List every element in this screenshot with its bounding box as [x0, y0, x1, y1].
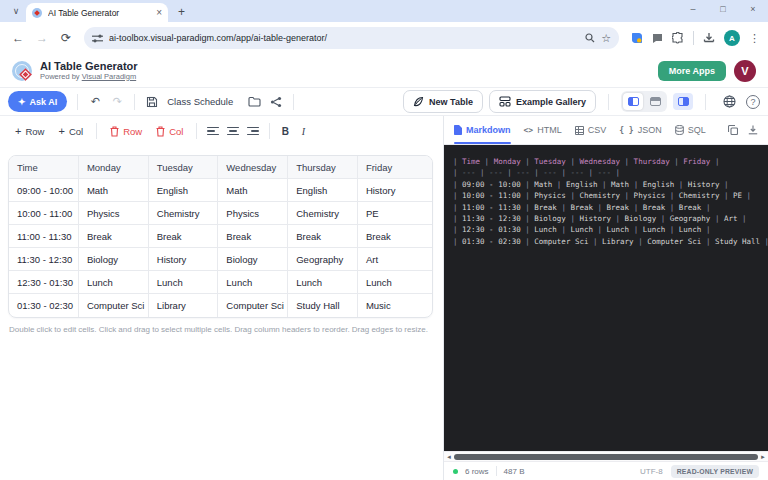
tab-search-button[interactable]: ∨	[6, 3, 26, 19]
table-cell[interactable]: PE	[358, 202, 432, 225]
new-table-button[interactable]: New Table	[403, 90, 483, 113]
browser-profile-avatar[interactable]: A	[724, 30, 740, 46]
table-cell[interactable]: Biology	[218, 248, 288, 271]
column-header[interactable]: Monday	[79, 156, 149, 179]
scrollbar-thumb[interactable]	[454, 454, 758, 460]
table-cell[interactable]: History	[358, 179, 432, 202]
table-cell[interactable]: Break	[358, 225, 432, 248]
copy-icon[interactable]	[728, 125, 738, 135]
downloads-icon[interactable]	[703, 32, 715, 44]
preview-tab-markdown[interactable]: Markdown	[454, 116, 511, 144]
table-cell[interactable]: Lunch	[149, 271, 219, 294]
save-icon[interactable]	[141, 92, 163, 112]
scroll-left-icon[interactable]: ◄	[446, 454, 452, 460]
delete-col-button[interactable]: Col	[149, 122, 190, 141]
table-cell[interactable]: Break	[288, 225, 358, 248]
undo-button[interactable]: ↶	[84, 92, 106, 112]
align-right-button[interactable]	[243, 122, 263, 140]
table-cell[interactable]: English	[288, 179, 358, 202]
comment-icon[interactable]	[652, 33, 663, 44]
close-tab-icon[interactable]: ×	[156, 8, 162, 18]
table-cell[interactable]: 11:30 - 12:30	[9, 248, 79, 271]
pinned-extension-icon[interactable]	[631, 32, 643, 44]
table-cell[interactable]: Library	[149, 294, 219, 317]
preview-tab-sql[interactable]: SQL	[675, 116, 706, 144]
minimize-button[interactable]: –	[678, 0, 708, 18]
table-cell[interactable]: Physics	[79, 202, 149, 225]
user-avatar[interactable]: V	[734, 60, 756, 82]
table-cell[interactable]: Break	[79, 225, 149, 248]
open-folder-icon[interactable]	[243, 92, 265, 112]
table-cell[interactable]: Study Hall	[288, 294, 358, 317]
refresh-button[interactable]: ⟳	[56, 28, 76, 48]
column-header[interactable]: Thursday	[288, 156, 358, 179]
help-icon[interactable]: ?	[746, 95, 760, 109]
italic-button[interactable]: I	[294, 122, 312, 140]
column-header[interactable]: Time	[9, 156, 79, 179]
bold-button[interactable]: B	[276, 122, 294, 140]
layout-split-left-button[interactable]	[623, 93, 643, 110]
table-cell[interactable]: English	[149, 179, 219, 202]
table-cell[interactable]: Computer Sci	[79, 294, 149, 317]
document-title[interactable]: Class Schedule	[163, 96, 237, 107]
horizontal-scrollbar[interactable]: ◄ ►	[444, 451, 768, 461]
preview-tab-json[interactable]: { }JSON	[619, 116, 661, 144]
visual-paradigm-link[interactable]: Visual Paradigm	[82, 72, 136, 81]
table-cell[interactable]: Lunch	[218, 271, 288, 294]
share-icon[interactable]	[265, 92, 287, 112]
table-cell[interactable]: Music	[358, 294, 432, 317]
new-tab-button[interactable]: +	[178, 6, 185, 18]
table-cell[interactable]: Art	[358, 248, 432, 271]
column-header[interactable]: Friday	[358, 156, 432, 179]
table-cell[interactable]: Lunch	[358, 271, 432, 294]
preview-tab-html[interactable]: <>HTML	[524, 116, 562, 144]
redo-button[interactable]: ↷	[106, 92, 128, 112]
table-cell[interactable]: Break	[218, 225, 288, 248]
table-cell[interactable]: Chemistry	[149, 202, 219, 225]
table-cell[interactable]: Math	[218, 179, 288, 202]
preview-tab-csv[interactable]: CSV	[575, 116, 607, 144]
example-gallery-button[interactable]: Example Gallery	[489, 90, 596, 113]
table-cell[interactable]: 09:00 - 10:00	[9, 179, 79, 202]
browser-tab[interactable]: AI Table Generator ×	[26, 3, 168, 22]
scroll-right-icon[interactable]: ►	[760, 454, 766, 460]
table-cell[interactable]: Geography	[288, 248, 358, 271]
site-settings-icon[interactable]	[92, 34, 103, 43]
table-cell[interactable]: Chemistry	[288, 202, 358, 225]
download-icon[interactable]	[748, 125, 758, 135]
table-cell[interactable]: History	[149, 248, 219, 271]
table-cell[interactable]: Computer Sci	[218, 294, 288, 317]
table-cell[interactable]: 01:30 - 02:30	[9, 294, 79, 317]
address-bar[interactable]: ai-toolbox.visual-paradigm.com/app/ai-ta…	[84, 27, 619, 49]
table-cell[interactable]: Physics	[218, 202, 288, 225]
forward-button[interactable]: →	[32, 28, 52, 48]
ask-ai-button[interactable]: ✦ Ask AI	[8, 91, 67, 112]
more-apps-button[interactable]: More Apps	[658, 61, 726, 81]
close-window-button[interactable]: ×	[738, 0, 768, 18]
table-cell[interactable]: Lunch	[288, 271, 358, 294]
delete-row-button[interactable]: Row	[103, 122, 149, 141]
table-cell[interactable]: Break	[149, 225, 219, 248]
url-text[interactable]: ai-toolbox.visual-paradigm.com/app/ai-ta…	[109, 33, 579, 43]
column-header[interactable]: Wednesday	[218, 156, 288, 179]
kebab-menu-icon[interactable]: ⋮	[749, 32, 760, 45]
column-header[interactable]: Tuesday	[149, 156, 219, 179]
add-row-button[interactable]: +Row	[8, 121, 51, 141]
layout-split-horizontal-button[interactable]	[645, 93, 665, 110]
bookmark-star-icon[interactable]: ☆	[601, 32, 611, 45]
table-cell[interactable]: 10:00 - 11:00	[9, 202, 79, 225]
add-col-button[interactable]: +Col	[51, 121, 90, 141]
extensions-puzzle-icon[interactable]	[672, 32, 684, 44]
table-cell[interactable]: Biology	[79, 248, 149, 271]
table-cell[interactable]: 11:00 - 11:30	[9, 225, 79, 248]
table-cell[interactable]: Math	[79, 179, 149, 202]
layout-preview-right-button[interactable]	[673, 93, 693, 110]
zoom-page-icon[interactable]	[585, 33, 595, 43]
back-button[interactable]: ←	[8, 28, 28, 48]
table-cell[interactable]: Lunch	[79, 271, 149, 294]
align-left-button[interactable]	[203, 122, 223, 140]
language-globe-icon[interactable]	[718, 92, 740, 112]
table-cell[interactable]: 12:30 - 01:30	[9, 271, 79, 294]
align-center-button[interactable]	[223, 122, 243, 140]
maximize-button[interactable]: □	[708, 0, 738, 18]
